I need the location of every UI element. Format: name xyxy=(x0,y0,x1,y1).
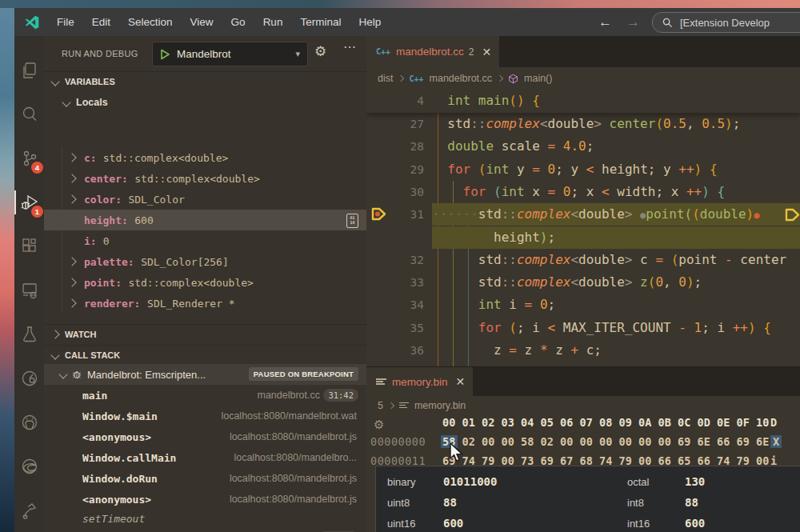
line-number[interactable]: 27 xyxy=(390,113,424,135)
remote-explorer-icon[interactable] xyxy=(14,274,44,306)
hex-breadcrumb[interactable]: 5 memory.bin xyxy=(366,396,800,414)
code-line[interactable]: 34 int i = 0; xyxy=(366,294,800,316)
code-editor[interactable]: 4 int main() { 27 std::complex<double> c… xyxy=(366,90,800,366)
line-number[interactable]: 36 xyxy=(390,339,424,362)
close-tab-icon[interactable]: ✕ xyxy=(456,375,466,388)
hex-byte[interactable]: 00 xyxy=(599,435,619,448)
menu-run[interactable]: Run xyxy=(254,13,292,31)
edge-devtools-icon[interactable] xyxy=(14,450,44,482)
hex-byte[interactable]: 6E xyxy=(698,435,718,448)
line-number[interactable]: 34 xyxy=(390,294,424,316)
menu-edit[interactable]: Edit xyxy=(83,13,119,31)
line-number[interactable]: 35 xyxy=(390,317,424,339)
menu-file[interactable]: File xyxy=(48,13,83,31)
stack-frame-row[interactable]: <anonymous>localhost:8080/mandelbrot.js xyxy=(44,489,366,510)
variables-section-header[interactable]: VARIABLES xyxy=(44,71,366,91)
code-line[interactable]: 28 double scale = 4.0; xyxy=(366,135,800,158)
variable-row-c[interactable]: c:std::complex<double> xyxy=(44,147,366,168)
source-control-icon[interactable]: 4 xyxy=(14,142,44,174)
stack-frame-row[interactable]: Window.callMainlocalhost:8080/mandelbro.… xyxy=(44,447,366,468)
hex-byte[interactable]: 69 xyxy=(678,435,698,448)
start-debug-icon[interactable] xyxy=(160,49,170,60)
tab-mandelbrot-cc[interactable]: C++ mandelbrot.cc 2 ✕ xyxy=(366,36,499,67)
line-number[interactable]: 31 xyxy=(390,203,424,226)
line-number[interactable]: 32 xyxy=(390,249,424,271)
sticky-scroll-line[interactable]: 4 int main() { xyxy=(366,90,800,113)
code-line[interactable]: 33 std::complex<double> z(0, 0); xyxy=(366,271,800,294)
binary-view-icon[interactable]: 01 10 xyxy=(346,214,358,228)
breadcrumb-file[interactable]: memory.bin xyxy=(414,400,466,411)
stack-frame-row[interactable]: mainmandelbrot.cc31:42 xyxy=(44,385,366,406)
line-number[interactable]: 28 xyxy=(390,135,424,158)
live-preview-icon[interactable] xyxy=(14,362,44,394)
code-line[interactable]: 36 z = z * z + c; xyxy=(366,339,800,362)
hex-byte[interactable]: 00 xyxy=(619,435,639,448)
hex-byte[interactable]: 02 xyxy=(541,435,561,448)
variable-row-center[interactable]: center:std::complex<double> xyxy=(44,168,366,189)
variable-row-palette[interactable]: palette:SDL_Color[256] xyxy=(44,251,366,272)
extensions-icon[interactable] xyxy=(14,230,44,262)
menu-terminal[interactable]: Terminal xyxy=(291,13,350,31)
stack-frame-row[interactable]: runlocalhost:8080/mandelbrot.js9622:5 xyxy=(44,527,366,532)
navigate-back-icon[interactable]: ← xyxy=(598,14,612,30)
breadcrumb-symbol[interactable]: main() xyxy=(524,73,552,84)
github-icon[interactable] xyxy=(14,406,44,438)
stack-frame-row[interactable]: <anonymous>localhost:8080/mandelbrot.js xyxy=(44,426,366,447)
watch-section-header[interactable]: WATCH xyxy=(44,324,366,344)
hex-byte[interactable]: 00 xyxy=(580,435,600,448)
more-actions-icon[interactable]: ⋯ xyxy=(343,39,357,54)
menu-selection[interactable]: Selection xyxy=(119,13,182,31)
code-line[interactable]: height); xyxy=(366,226,800,249)
hex-byte[interactable]: 00 xyxy=(560,435,580,448)
line-number[interactable]: 30 xyxy=(390,181,424,203)
breadcrumb[interactable]: dist C++ mandelbrot.cc main() xyxy=(366,67,800,90)
hex-byte[interactable]: 00 xyxy=(638,435,658,448)
code-line[interactable]: 29 for (int y = 0; y < height; y ++) { xyxy=(366,158,800,181)
debug-settings-gear-icon[interactable]: ⚙ xyxy=(314,43,326,60)
hex-byte[interactable]: 69 xyxy=(737,435,757,448)
code-line[interactable]: 35 for (; i < MAX_ITER_COUNT - 1; i ++) … xyxy=(366,317,800,339)
variable-row-i[interactable]: i:0 xyxy=(44,230,366,251)
testing-icon[interactable] xyxy=(14,318,44,350)
code-line[interactable]: 30 for (int x = 0; x < width; x ++) { xyxy=(366,181,800,203)
code-line[interactable]: 31······std::complex<double> ●point((dou… xyxy=(366,203,800,226)
line-number[interactable]: 33 xyxy=(390,271,424,294)
breadcrumb-folder[interactable]: dist xyxy=(378,73,393,84)
navigate-forward-icon[interactable]: → xyxy=(626,14,640,30)
frame-name: Window.$main xyxy=(82,410,158,422)
code-line[interactable]: 32 std::complex<double> c = (point - cen… xyxy=(366,249,800,271)
hex-byte[interactable]: 00 xyxy=(658,435,678,448)
menu-go[interactable]: Go xyxy=(222,13,254,31)
code-line[interactable]: 27 std::complex<double> center(0.5, 0.5)… xyxy=(366,113,800,135)
hex-row[interactable]: 00000000580200005802000000000000696E6669… xyxy=(366,435,800,454)
command-center-search[interactable]: [Extension Develop xyxy=(652,12,800,33)
stack-frame-row[interactable]: Window.doRunlocalhost:8080/mandelbrot.js xyxy=(44,468,366,489)
hex-byte[interactable]: 00 xyxy=(502,435,522,448)
launch-config-dropdown[interactable]: Mandelbrot ▾ xyxy=(152,42,308,66)
stack-frame-row[interactable]: setTimeout xyxy=(44,510,366,527)
menu-help[interactable]: Help xyxy=(350,13,390,31)
variable-row-point[interactable]: point:std::complex<double> xyxy=(44,272,366,293)
line-number[interactable]: 29 xyxy=(390,158,424,181)
locals-scope-row[interactable]: Locals xyxy=(44,92,366,113)
call-stack-section-header[interactable]: CALL STACK xyxy=(44,345,366,365)
hex-byte[interactable]: 00 xyxy=(482,435,502,448)
variable-row-color[interactable]: color:SDL_Color xyxy=(44,189,366,210)
explorer-icon[interactable] xyxy=(14,54,44,86)
breadcrumb-file[interactable]: mandelbrot.cc xyxy=(430,73,493,84)
step-target-arrow-icon[interactable] xyxy=(784,208,800,225)
hex-byte[interactable]: 58 xyxy=(521,435,541,448)
variable-row-height[interactable]: height:60001 10 xyxy=(44,210,366,230)
stack-frame-row[interactable]: Window.$mainlocalhost:8080/mandelbrot.wa… xyxy=(44,406,366,426)
debug-session-row[interactable]: Mandelbrot: Emscripten... PAUSED ON BREA… xyxy=(44,364,366,385)
tab-memory-bin[interactable]: memory.bin ✕ xyxy=(366,367,473,396)
current-breakpoint-arrow-icon[interactable] xyxy=(371,207,387,224)
run-and-debug-icon[interactable]: 1 xyxy=(14,186,44,218)
close-tab-icon[interactable]: ✕ xyxy=(482,46,492,58)
tab-title: mandelbrot.cc xyxy=(396,46,464,58)
search-icon[interactable] xyxy=(14,98,44,130)
live-share-icon[interactable] xyxy=(14,494,44,526)
menu-view[interactable]: View xyxy=(182,13,222,31)
variable-row-renderer[interactable]: renderer:SDL_Renderer * xyxy=(44,293,366,314)
hex-byte[interactable]: 66 xyxy=(717,435,737,448)
